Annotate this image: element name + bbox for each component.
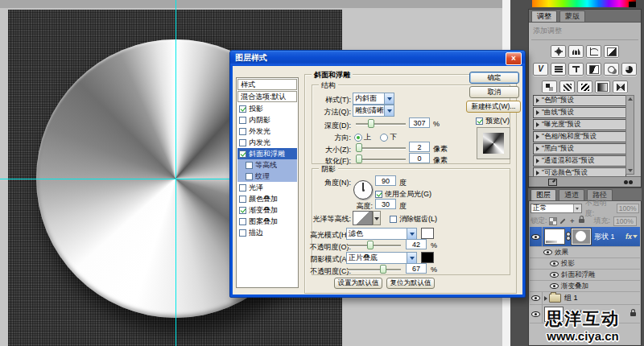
invert-icon[interactable] [542, 80, 557, 93]
vector-mask-thumbnail[interactable] [572, 229, 591, 245]
soften-field[interactable]: 0 [409, 153, 430, 163]
checkbox-icon[interactable] [239, 184, 246, 192]
shadow-opacity-field[interactable]: 67 [406, 263, 427, 274]
style-item-bevel-emboss[interactable]: 斜面和浮雕 [237, 148, 297, 159]
effects-header-row[interactable]: 效果 [530, 247, 640, 258]
radio-icon[interactable] [380, 134, 388, 142]
highlight-color-swatch[interactable] [421, 228, 434, 239]
highlight-opacity-slider[interactable] [348, 241, 401, 249]
style-item-blending-options[interactable]: 混合选项:默认 [237, 91, 297, 102]
style-item-satin[interactable]: 光泽 [237, 182, 297, 193]
expand-triangle-icon[interactable] [544, 296, 547, 301]
angle-dial[interactable] [353, 180, 373, 200]
black-swatch[interactable] [629, 2, 636, 7]
preset-curves[interactable]: "曲线"预设 [533, 107, 626, 118]
layer-thumbnail[interactable] [544, 229, 565, 245]
style-item-inner-shadow[interactable]: 内阴影 [237, 114, 297, 126]
style-item-stroke[interactable]: 描边 [237, 227, 297, 238]
layer-row-group1[interactable]: 组 1 [530, 292, 640, 305]
visibility-toggle[interactable] [530, 227, 543, 246]
lock-transparency-icon[interactable] [549, 217, 557, 225]
checkbox-icon[interactable] [390, 216, 397, 223]
cancel-button[interactable]: 取消 [469, 86, 519, 98]
depth-slider[interactable] [356, 119, 406, 128]
expand-panel-icon[interactable] [548, 179, 557, 186]
shadow-color-swatch[interactable] [421, 252, 434, 263]
black-white-icon[interactable] [586, 63, 601, 76]
checkbox-checked-icon[interactable] [476, 117, 483, 125]
checkbox-icon[interactable] [239, 128, 246, 135]
antialias-checkbox[interactable]: 消除锯齿(L) [390, 214, 437, 224]
checkbox-checked-icon[interactable] [239, 105, 246, 113]
tab-channels[interactable]: 通道 [559, 189, 584, 200]
reset-default-button[interactable]: 复位为默认值 [386, 278, 435, 289]
preset-channel-mixer[interactable]: "通道混和器"预设 [533, 155, 626, 167]
checkbox-icon[interactable] [239, 139, 246, 146]
gradient-map-icon[interactable] [595, 80, 610, 93]
effect-row-bevel-emboss[interactable]: 斜面和浮雕 [530, 270, 640, 281]
levels-icon[interactable] [568, 45, 584, 58]
scroll-up-icon[interactable] [628, 97, 633, 101]
style-item-outer-glow[interactable]: 外发光 [237, 126, 297, 137]
visibility-toggle[interactable] [549, 281, 559, 291]
visibility-toggle[interactable] [549, 258, 559, 269]
contour-picker-arrow[interactable] [373, 211, 381, 225]
altitude-field[interactable]: 30 [375, 199, 396, 209]
opacity-field[interactable]: 100% [617, 204, 639, 213]
style-item-gradient-overlay[interactable]: 渐变叠加 [237, 204, 297, 216]
slider-thumb[interactable] [356, 154, 362, 163]
curves-icon[interactable] [586, 45, 601, 58]
depth-field[interactable]: 307 [409, 117, 430, 128]
slider-thumb[interactable] [356, 143, 362, 152]
threshold-icon[interactable] [577, 80, 592, 93]
style-item-color-overlay[interactable]: 颜色叠加 [237, 193, 297, 204]
effect-row-drop-shadow[interactable]: 投影 [530, 258, 640, 270]
layer-fx-badge[interactable]: fx [625, 233, 638, 241]
brightness-contrast-icon[interactable] [551, 45, 566, 58]
photo-filter-icon[interactable] [604, 63, 619, 76]
slider-thumb[interactable] [368, 119, 374, 128]
direction-up-radio[interactable]: 上 [354, 132, 371, 142]
lock-all-icon[interactable] [578, 217, 586, 225]
angle-field[interactable]: 90 [375, 175, 396, 186]
presets-scrollbar[interactable] [625, 95, 634, 175]
soften-slider[interactable] [356, 154, 406, 163]
effect-row-gradient-overlay[interactable]: 渐变叠加 [530, 281, 640, 292]
checkbox-checked-icon[interactable] [375, 191, 382, 198]
highlight-opacity-field[interactable]: 42 [406, 239, 427, 249]
checkbox-icon[interactable] [239, 196, 246, 203]
visibility-toggle[interactable] [549, 270, 559, 280]
visibility-toggle[interactable] [530, 292, 543, 304]
size-field[interactable]: 2 [409, 142, 430, 152]
shadow-opacity-slider[interactable] [348, 265, 401, 274]
visibility-toggle[interactable] [543, 247, 553, 257]
size-slider[interactable] [356, 143, 406, 152]
lock-image-icon[interactable] [559, 217, 567, 225]
tab-adjustments[interactable]: 调整 [531, 10, 557, 22]
checkbox-icon[interactable] [239, 229, 246, 237]
checkbox-icon[interactable] [239, 117, 246, 124]
selective-color-icon[interactable] [613, 80, 628, 93]
fill-field[interactable]: 100% [613, 216, 637, 226]
preview-checkbox[interactable]: 预览(V) [476, 116, 510, 126]
style-select[interactable]: 内斜面 [353, 93, 394, 105]
method-select[interactable]: 雕刻清晰 [353, 105, 394, 117]
tab-masks[interactable]: 蒙版 [559, 10, 585, 22]
lock-position-icon[interactable]: + [568, 217, 576, 225]
style-item-texture[interactable]: 纹理 [237, 171, 297, 182]
checkbox-icon[interactable] [239, 218, 246, 225]
exposure-icon[interactable] [604, 45, 619, 58]
close-icon[interactable]: × [506, 52, 522, 65]
channel-mixer-icon[interactable] [621, 63, 637, 76]
preset-hue-saturation[interactable]: "色相/饱和度"预设 [533, 131, 626, 142]
posterize-icon[interactable] [559, 80, 575, 93]
visibility-icon[interactable] [624, 180, 633, 184]
vibrance-icon[interactable]: V [533, 63, 548, 76]
hue-saturation-icon[interactable] [551, 63, 566, 76]
radio-selected-icon[interactable] [354, 134, 362, 142]
checkbox-icon[interactable] [246, 162, 253, 169]
layer-row-shape1[interactable]: 形状 1 fx [530, 227, 640, 247]
style-item-drop-shadow[interactable]: 投影 [237, 103, 297, 114]
color-balance-icon[interactable] [568, 63, 584, 76]
style-item-contour[interactable]: 等高线 [237, 159, 297, 171]
